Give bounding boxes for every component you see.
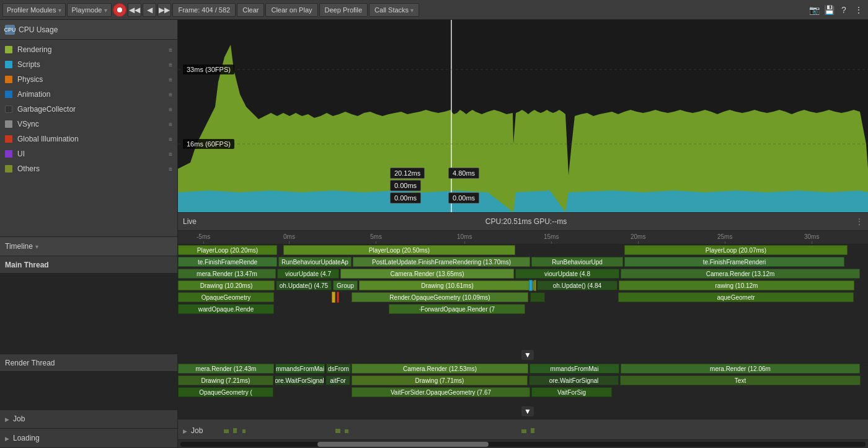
scroll-bar[interactable] — [178, 439, 868, 448]
timeline-dropdown[interactable]: Timeline — [5, 242, 38, 251]
tl-block-raitfor[interactable]: aitFor — [326, 375, 350, 385]
tl-block-ohupdate[interactable]: oh.Update() (4.75 — [276, 280, 332, 290]
others-handle: ≡ — [169, 166, 172, 172]
svg-rect-10 — [521, 429, 526, 433]
tl-block-camrender-center[interactable]: Camera.Render (13.65ms) — [340, 269, 514, 279]
step-prev-button[interactable]: ◀ — [143, 3, 156, 17]
tl-block-rtext[interactable]: Text — [620, 375, 861, 385]
physics-handle: ≡ — [169, 76, 172, 83]
global-illumination-color — [5, 135, 12, 143]
tl-block-drawing-left[interactable]: Drawing (10.20ms) — [178, 280, 275, 290]
rendering-color — [5, 46, 12, 53]
tl-block-drawing-right[interactable]: rawing (10.12m — [619, 280, 854, 290]
tl-block-playerloop-right[interactable]: PlayerLoop (20.07ms) — [624, 245, 848, 255]
step-first-button[interactable]: ◀◀ — [128, 3, 141, 17]
job-section-right[interactable]: Job — [178, 419, 868, 439]
tl-block-drawing-center[interactable]: Drawing (10.61ms) — [359, 280, 536, 290]
tl-block-rdrawing-left[interactable]: Drawing (7.21ms) — [178, 375, 273, 385]
tl-block-rdrawing-center[interactable]: Drawing (7.71ms) — [352, 375, 528, 385]
deep-profile-button[interactable]: Deep Profile — [319, 3, 368, 17]
main-thread-row-1: PlayerLoop (20.20ms) PlayerLoop (20.50ms… — [178, 244, 868, 256]
tl-block-finish-right[interactable]: te.FinishFrameRenderi — [624, 257, 844, 267]
tl-block-ropaque-center[interactable]: VaitForSider.OpaqueGeometry (7.67 — [352, 387, 530, 397]
legend-item-global-illumination[interactable]: Global Illumination ≡ — [0, 132, 177, 146]
legend-item-ui[interactable]: UI ≡ — [0, 146, 177, 161]
step-next-button[interactable]: ▶▶ — [157, 3, 171, 17]
tl-block-rcam-left[interactable]: mera.Render (12.43m — [178, 364, 274, 374]
more-options-icon[interactable]: ⋮ — [856, 217, 863, 226]
clear-button[interactable]: Clear — [237, 3, 264, 17]
legend-item-animation[interactable]: Animation ≡ — [0, 87, 177, 102]
tl-block-forward-center[interactable]: ·ForwardOpaque.Render (7 — [389, 304, 525, 314]
tl-block-viourupdate[interactable]: viourUpdate (4.7 — [277, 269, 339, 279]
tick-label-20ms: 20ms — [631, 233, 645, 240]
thread-labels: Main Thread Render Thread Job — [0, 256, 177, 448]
tl-block-playerloop-center[interactable]: PlayerLoop (20.50ms) — [283, 245, 515, 255]
tl-block-camrender-right[interactable]: Camera.Render (13.12m — [621, 269, 860, 279]
tooltip-5: 0.00ms — [448, 192, 479, 204]
save-button[interactable]: 💾 — [822, 3, 836, 17]
tooltip-3: 0.00ms — [390, 180, 421, 191]
tl-block-undin[interactable] — [530, 292, 545, 302]
job-section-left[interactable]: Job — [0, 410, 177, 429]
legend-item-scripts[interactable]: Scripts ≡ — [0, 57, 177, 72]
tl-block-runbeh[interactable]: RunBehaviourUpdateAp — [278, 257, 352, 267]
clear-on-play-button[interactable]: Clear on Play — [265, 3, 317, 17]
tl-block-rwait2[interactable]: ore.WaitForSignal — [529, 375, 619, 385]
legend-item-rendering[interactable]: Rendering ≡ — [0, 42, 177, 57]
label-16ms: 16ms (60FPS) — [183, 139, 234, 149]
scroll-track[interactable] — [180, 442, 866, 447]
profiler-modules-dropdown[interactable]: Profiler Modules — [2, 3, 66, 17]
left-panel: CPU CPU Usage Rendering ≡ Scripts ≡ Phys… — [0, 20, 178, 448]
playmode-dropdown[interactable]: Playmode — [67, 3, 112, 17]
tl-block-rcmds[interactable]: mmandsFromMai — [275, 364, 325, 374]
ruler-tick--5ms: -5ms — [197, 233, 210, 244]
record-button[interactable] — [113, 3, 126, 17]
screenshot-button[interactable]: 📷 — [807, 3, 821, 17]
tl-block-runbeh2[interactable]: RunBehaviourUpd — [531, 257, 623, 267]
render-scroll-indicator[interactable]: ▼ — [521, 406, 534, 416]
tl-block-finish-left[interactable]: te.FinishFrameRende — [178, 257, 277, 267]
loading-section-left[interactable]: Loading — [0, 429, 177, 448]
tick-line — [203, 241, 204, 244]
scroll-down-indicator[interactable]: ▼ — [521, 350, 534, 360]
tl-block-camrender-left[interactable]: mera.Render (13.47m — [178, 269, 276, 279]
tl-block-forward-left[interactable]: wardOpaque.Rende — [178, 304, 274, 314]
ui-color — [5, 150, 12, 158]
tl-block-rwait[interactable]: ore.WaitForSignal — [275, 375, 324, 385]
more-button[interactable]: ⋮ — [852, 3, 866, 17]
tl-block-rcam-right[interactable]: mera.Render (12.06m — [621, 364, 860, 374]
tl-block-opaque-right[interactable]: aqueGeometr — [618, 292, 854, 302]
legend-item-garbage[interactable]: GarbageCollector ≡ — [0, 102, 177, 117]
tl-block-ropaque-left[interactable]: OpaqueGeometry ( — [178, 387, 273, 397]
tl-block-small-3 — [529, 280, 533, 291]
legend-item-others[interactable]: Others ≡ — [0, 161, 177, 176]
tl-block-rdsfrom[interactable]: dsFrom — [326, 364, 351, 374]
tl-block-rcam-center[interactable]: Camera.Render (12.53ms) — [352, 364, 528, 374]
svg-rect-8 — [335, 429, 340, 433]
profiler-modules-label: Profiler Modules — [7, 6, 56, 14]
help-button[interactable]: ? — [837, 3, 851, 17]
tl-block-rcmds2[interactable]: mmandsFromMai — [529, 364, 619, 374]
svg-rect-9 — [345, 429, 348, 433]
call-stacks-button[interactable]: Call Stacks — [369, 3, 419, 17]
timeline-content[interactable]: PlayerLoop (20.20ms) PlayerLoop (20.50ms… — [178, 244, 868, 439]
svg-point-0 — [117, 7, 122, 12]
tl-block-ohupdate2[interactable]: oh.Update() (4.84 — [537, 280, 618, 290]
tl-block-opaque-center[interactable]: Render.OpaqueGeometry (10.09ms) — [352, 292, 528, 302]
ruler-tick-20ms: 20ms — [631, 233, 645, 244]
tl-block-playerloop-left[interactable]: PlayerLoop (20.20ms) — [178, 245, 277, 255]
tl-block-group[interactable]: Group — [333, 280, 358, 290]
svg-rect-11 — [531, 428, 534, 433]
legend-item-physics[interactable]: Physics ≡ — [0, 72, 177, 87]
legend-item-vsync[interactable]: VSync ≡ — [0, 117, 177, 132]
animation-handle: ≡ — [169, 91, 172, 98]
tl-block-opaque-left[interactable]: OpaqueGeometry — [178, 292, 274, 302]
timeline-header-left: Timeline — [0, 236, 177, 256]
cpu-chart[interactable]: 33ms (30FPS) 16ms (60FPS) 20.12ms 4.80ms… — [178, 20, 868, 212]
tl-block-rvaitsig[interactable]: VaitForSig — [531, 387, 612, 397]
tl-block-postlate[interactable]: PostLateUpdate.FinishFrameRendering (13.… — [353, 257, 530, 267]
scroll-thumb[interactable] — [317, 442, 489, 447]
garbage-label: GarbageCollector — [17, 105, 164, 114]
tl-block-viourupdate2[interactable]: viourUpdate (4.8 — [515, 269, 619, 279]
